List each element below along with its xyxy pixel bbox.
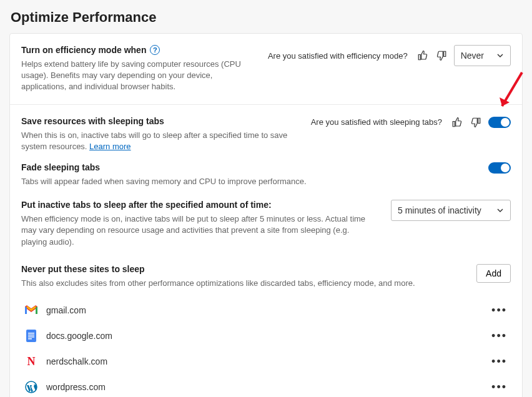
docs-icon	[25, 330, 37, 342]
site-domain: docs.google.com	[46, 331, 483, 341]
efficiency-mode-dropdown[interactable]: Never	[454, 45, 511, 66]
sleeping-tabs-desc: When this is on, inactive tabs will go t…	[21, 130, 287, 151]
chevron-down-icon	[496, 207, 504, 214]
fade-heading: Fade sleeping tabs	[21, 162, 307, 172]
gmail-icon	[25, 304, 37, 316]
thumbs-up-icon[interactable]	[416, 49, 429, 62]
wordpress-icon	[25, 381, 37, 393]
chevron-down-icon	[496, 52, 504, 59]
site-list: gmail.com ••• docs.google.com ••• N nerd…	[21, 298, 511, 397]
sleeping-tabs-feedback-prompt: Are you satisfied with sleeping tabs?	[311, 117, 442, 127]
site-domain: nerdschalk.com	[46, 356, 483, 366]
sleeping-tabs-toggle[interactable]	[488, 117, 511, 128]
learn-more-link[interactable]: Learn more	[89, 142, 131, 151]
efficiency-dropdown-value: Never	[461, 51, 484, 61]
sleep-after-heading: Put inactive tabs to sleep after the spe…	[21, 200, 371, 210]
list-item: gmail.com •••	[21, 298, 511, 323]
thumbs-up-icon[interactable]	[451, 116, 463, 129]
list-item: docs.google.com •••	[21, 323, 511, 349]
site-domain: wordpress.com	[46, 382, 483, 392]
sleep-after-dropdown[interactable]: 5 minutes of inactivity	[391, 200, 511, 221]
section-efficiency-mode: Turn on efficiency mode when ? Helps ext…	[10, 34, 522, 105]
add-button[interactable]: Add	[476, 264, 511, 283]
efficiency-heading: Turn on efficiency mode when	[21, 45, 146, 55]
section-fade-sleeping: Fade sleeping tabs Tabs will appear fade…	[10, 159, 522, 194]
more-options-icon[interactable]: •••	[491, 381, 507, 394]
settings-card: Turn on efficiency mode when ? Helps ext…	[9, 33, 523, 397]
svg-rect-3	[28, 333, 34, 334]
sleep-after-desc: When efficiency mode is on, inactive tab…	[21, 213, 371, 248]
more-options-icon[interactable]: •••	[491, 304, 507, 317]
more-options-icon[interactable]: •••	[491, 330, 507, 343]
page-title: Optimize Performance	[11, 9, 523, 26]
section-sleep-after: Put inactive tabs to sleep after the spe…	[10, 194, 522, 254]
thumbs-down-icon[interactable]	[435, 49, 448, 62]
site-domain: gmail.com	[46, 305, 483, 315]
never-sleep-heading: Never put these sites to sleep	[21, 264, 466, 274]
list-item: wordpress.com •••	[21, 375, 511, 397]
more-options-icon[interactable]: •••	[491, 355, 507, 368]
never-sleep-desc: This also excludes sites from other perf…	[21, 278, 466, 289]
list-item: N nerdschalk.com •••	[21, 349, 511, 375]
svg-rect-5	[28, 336, 34, 338]
section-sleeping-tabs: Save resources with sleeping tabs When t…	[10, 105, 522, 159]
sleep-after-value: 5 minutes of inactivity	[398, 205, 481, 215]
fade-toggle[interactable]	[488, 162, 511, 174]
nerdschalk-icon: N	[25, 355, 37, 368]
section-never-sleep: Never put these sites to sleep This also…	[10, 254, 522, 397]
help-icon[interactable]: ?	[150, 45, 160, 55]
fade-desc: Tabs will appear faded when saving memor…	[21, 176, 307, 187]
svg-rect-4	[28, 335, 34, 336]
sleeping-tabs-heading: Save resources with sleeping tabs	[21, 116, 301, 126]
efficiency-feedback-prompt: Are you satisfied with efficiency mode?	[268, 51, 408, 61]
efficiency-desc: Helps extend battery life by saving comp…	[21, 59, 258, 93]
svg-rect-2	[26, 330, 36, 342]
svg-rect-6	[28, 338, 32, 340]
thumbs-down-icon[interactable]	[470, 116, 482, 129]
